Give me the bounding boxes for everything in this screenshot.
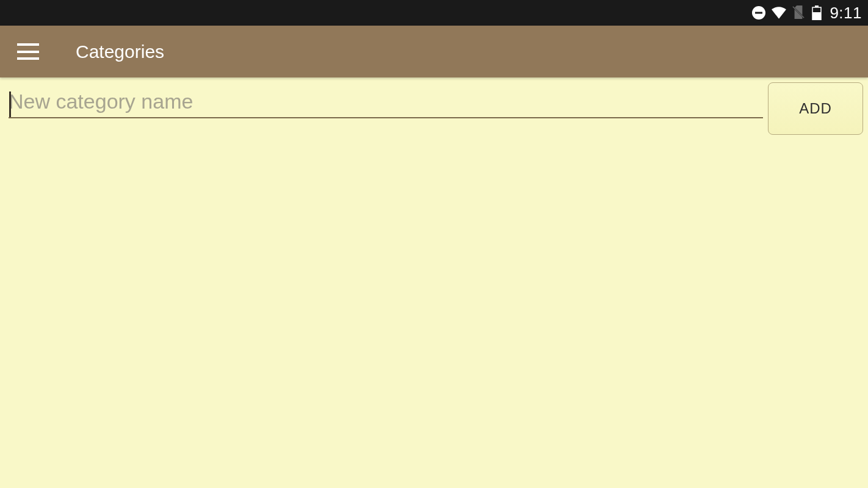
hamburger-menu-icon[interactable]: [17, 43, 39, 60]
input-row: ADD: [0, 77, 868, 135]
status-bar: 9:11: [0, 0, 868, 26]
do-not-disturb-icon: [751, 5, 766, 20]
page-title: Categories: [76, 41, 164, 62]
category-name-input[interactable]: [9, 82, 763, 118]
status-time: 9:11: [830, 4, 862, 23]
text-cursor: [9, 92, 11, 117]
no-sim-icon: [792, 5, 805, 20]
wifi-icon: [771, 5, 787, 21]
add-button[interactable]: ADD: [768, 82, 863, 135]
battery-icon: [811, 5, 822, 20]
svg-rect-1: [755, 12, 762, 14]
svg-rect-6: [812, 12, 821, 20]
app-bar: Categories: [0, 26, 868, 77]
